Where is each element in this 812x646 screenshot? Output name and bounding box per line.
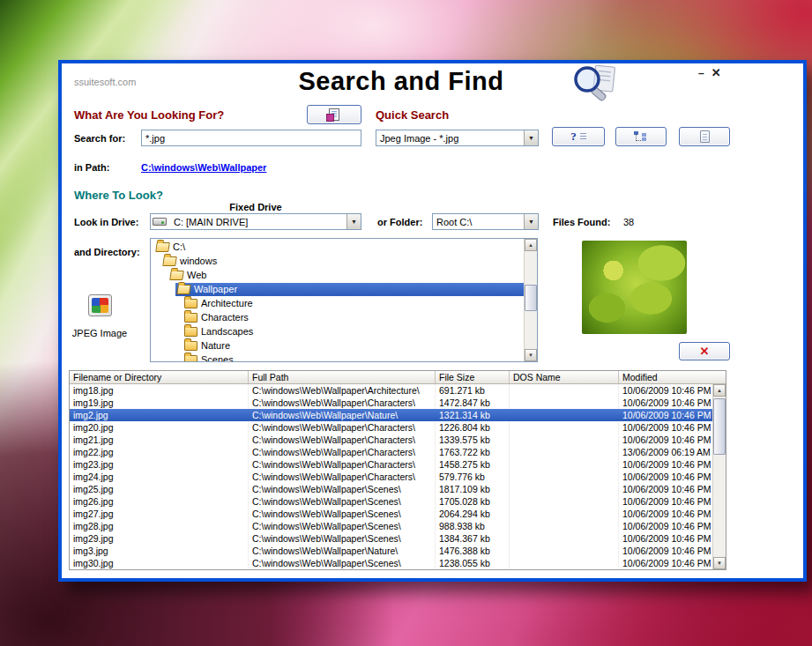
folder-icon (169, 271, 184, 280)
cell-fullpath: C:\windows\Web\Wallpaper\Scenes\ (249, 532, 436, 545)
table-row[interactable]: img26.jpg C:\windows\Web\Wallpaper\Scene… (70, 495, 712, 508)
scroll-thumb[interactable] (713, 398, 726, 455)
cell-dosname (510, 532, 619, 545)
folder-tree-icon (634, 131, 649, 143)
dropdown-arrow-icon[interactable]: ▼ (346, 214, 361, 229)
cell-dosname (510, 483, 619, 495)
column-header-dosname[interactable]: DOS Name (510, 371, 619, 383)
table-row[interactable]: img18.jpg C:\windows\Web\Wallpaper\Archi… (70, 384, 712, 397)
new-document-button[interactable] (679, 127, 730, 146)
scroll-track[interactable] (713, 397, 726, 557)
clear-results-button[interactable]: ✕ (679, 342, 730, 360)
folder-dropdown[interactable]: Root C:\ ▼ (432, 213, 539, 230)
tree-item[interactable]: Web (151, 268, 524, 282)
cell-filename: img30.jpg (70, 557, 249, 569)
cell-fullpath: C:\windows\Web\Wallpaper\Scenes\ (249, 495, 436, 508)
scroll-down-button[interactable]: ▼ (713, 557, 726, 569)
report-icon (329, 108, 339, 121)
dropdown-arrow-icon[interactable]: ▼ (524, 130, 538, 145)
column-header-filename[interactable]: Filename or Directory (70, 371, 249, 383)
table-row[interactable]: img27.jpg C:\windows\Web\Wallpaper\Scene… (70, 508, 712, 520)
app-window: ssuitesoft.com Search and Find – ✕ What … (58, 60, 807, 582)
cell-modified: 10/06/2009 10:46 PM (619, 397, 712, 409)
table-body: img18.jpg C:\windows\Web\Wallpaper\Archi… (70, 384, 712, 569)
tree-item[interactable]: Wallpaper (151, 282, 524, 296)
cell-filesize: 1817.109 kb (436, 483, 510, 495)
column-header-filesize[interactable]: File Size (436, 371, 510, 383)
document-icon (700, 130, 710, 143)
file-type-dropdown[interactable]: Jpeg Image - *.jpg ▼ (376, 130, 539, 146)
cell-filename: img23.jpg (70, 458, 249, 471)
scroll-up-button[interactable]: ▲ (713, 384, 726, 397)
search-input[interactable] (141, 130, 361, 146)
folder-value: Root C:\ (433, 214, 524, 229)
cell-modified: 10/06/2009 10:46 PM (619, 471, 712, 483)
dropdown-arrow-icon[interactable]: ▼ (524, 214, 538, 229)
table-row[interactable]: img28.jpg C:\windows\Web\Wallpaper\Scene… (70, 520, 712, 532)
table-scrollbar[interactable]: ▲ ▼ (712, 384, 726, 569)
cell-filesize: 1339.575 kb (436, 434, 510, 446)
tree-scrollbar[interactable]: ▲ ▼ (524, 239, 537, 361)
folder-icon (176, 285, 191, 294)
cell-modified: 10/06/2009 10:46 PM (619, 545, 712, 557)
tree-item[interactable]: Scenes (151, 353, 524, 361)
tree-item-label: windows (180, 256, 217, 266)
cell-modified: 10/06/2009 10:46 PM (619, 520, 712, 532)
table-row[interactable]: img3.jpg C:\windows\Web\Wallpaper\Nature… (70, 545, 712, 557)
tree-item[interactable]: windows (151, 254, 524, 268)
cell-modified: 10/06/2009 10:46 PM (619, 384, 712, 397)
looking-for-heading: What Are You Looking For? (74, 108, 224, 122)
cell-fullpath: C:\windows\Web\Wallpaper\Characters\ (249, 446, 436, 458)
search-for-label: Search for: (74, 133, 125, 144)
or-folder-label: or Folder: (377, 217, 422, 227)
cell-modified: 10/06/2009 10:46 PM (619, 458, 712, 471)
tree-item[interactable]: C:\ (151, 240, 524, 254)
help-button[interactable]: ? (552, 127, 605, 146)
minimize-button[interactable]: – (698, 68, 704, 78)
tree-view-button[interactable] (615, 127, 667, 146)
tree-item[interactable]: Architecture (151, 296, 524, 310)
column-header-modified[interactable]: Modified (619, 371, 714, 383)
folder-icon (184, 327, 197, 337)
cell-filesize: 1458.275 kb (436, 458, 510, 471)
table-row[interactable]: img21.jpg C:\windows\Web\Wallpaper\Chara… (70, 434, 712, 446)
cell-filename: img28.jpg (70, 520, 249, 532)
cell-fullpath: C:\windows\Web\Wallpaper\Scenes\ (249, 508, 436, 520)
report-button[interactable] (307, 105, 361, 124)
tree-item[interactable]: Landscapes (151, 324, 524, 338)
table-row[interactable]: img2.jpg C:\windows\Web\Wallpaper\Nature… (70, 409, 712, 421)
scroll-up-button[interactable]: ▲ (525, 239, 537, 251)
cell-modified: 13/06/2009 06:19 AM (619, 446, 712, 458)
column-header-fullpath[interactable]: Full Path (249, 371, 436, 383)
table-row[interactable]: img19.jpg C:\windows\Web\Wallpaper\Chara… (70, 397, 712, 409)
cell-filesize: 988.938 kb (436, 520, 510, 532)
scroll-down-button[interactable]: ▼ (525, 349, 537, 361)
table-row[interactable]: img24.jpg C:\windows\Web\Wallpaper\Chara… (70, 471, 712, 483)
cell-filesize: 2064.294 kb (436, 508, 510, 520)
table-row[interactable]: img20.jpg C:\windows\Web\Wallpaper\Chara… (70, 421, 712, 434)
cell-dosname (510, 495, 619, 508)
close-button[interactable]: ✕ (711, 68, 721, 78)
cell-filesize: 1476.388 kb (436, 545, 510, 557)
file-type-caption: JPEG Image (63, 328, 137, 338)
table-row[interactable]: img25.jpg C:\windows\Web\Wallpaper\Scene… (70, 483, 712, 495)
cell-dosname (510, 458, 619, 471)
path-link[interactable]: C:\windows\Web\Wallpaper (141, 162, 266, 173)
cell-filename: img22.jpg (70, 446, 249, 458)
scroll-track[interactable] (525, 251, 537, 349)
drive-dropdown[interactable]: C: [MAIN DRIVE] ▼ (150, 213, 361, 230)
tree-item-label: Architecture (201, 298, 253, 308)
tree-item[interactable]: Characters (151, 310, 524, 324)
cell-fullpath: C:\windows\Web\Wallpaper\Characters\ (249, 458, 436, 471)
table-row[interactable]: img22.jpg C:\windows\Web\Wallpaper\Chara… (70, 446, 712, 458)
cell-filesize: 1226.804 kb (436, 421, 510, 434)
cell-filename: img26.jpg (70, 495, 249, 508)
table-row[interactable]: img30.jpg C:\windows\Web\Wallpaper\Scene… (70, 557, 712, 569)
image-preview (582, 241, 687, 334)
cell-dosname (510, 421, 619, 434)
table-row[interactable]: img23.jpg C:\windows\Web\Wallpaper\Chara… (70, 458, 712, 471)
cell-fullpath: C:\windows\Web\Wallpaper\Nature\ (249, 545, 436, 557)
table-row[interactable]: img29.jpg C:\windows\Web\Wallpaper\Scene… (70, 532, 712, 545)
tree-item[interactable]: Nature (151, 338, 524, 353)
scroll-thumb[interactable] (525, 285, 537, 311)
